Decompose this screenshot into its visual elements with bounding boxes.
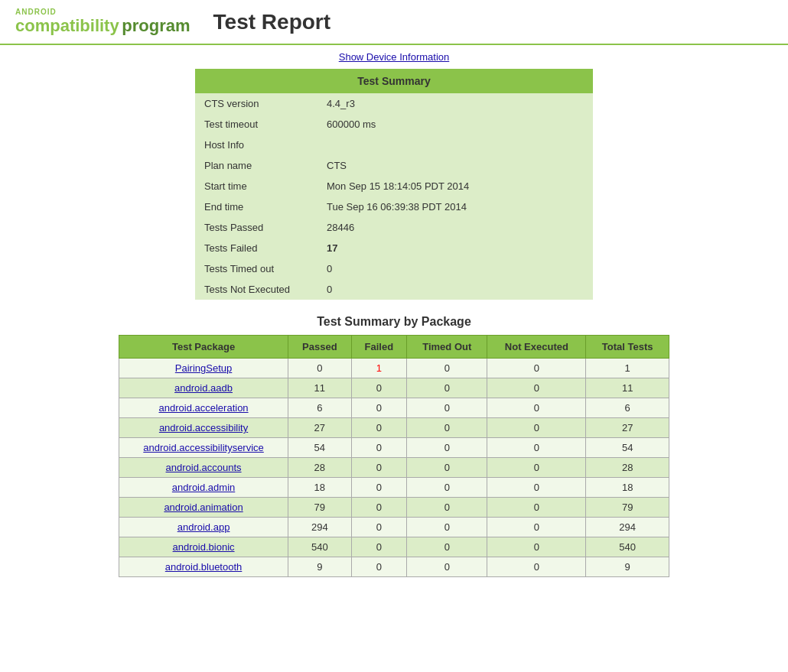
cell-failed: 0: [351, 438, 407, 458]
package-link[interactable]: android.accessibility: [159, 422, 248, 433]
summary-label: CTS version: [195, 93, 317, 114]
cell-total: 6: [586, 398, 669, 418]
package-link[interactable]: android.bionic: [173, 541, 235, 553]
cell-passed: 11: [288, 378, 351, 398]
package-name: android.aadb: [119, 378, 288, 398]
package-link[interactable]: android.aadb: [174, 382, 233, 394]
summary-value: Tue Sep 16 06:39:38 PDT 2014: [317, 196, 593, 217]
pkg-table-header: Not Executed: [487, 336, 586, 359]
summary-value: [317, 135, 593, 155]
summary-label: Test timeout: [195, 114, 317, 135]
summary-label: Plan name: [195, 155, 317, 176]
table-row: android.accessibilityservice5400054: [119, 438, 669, 458]
pkg-table-header: Failed: [351, 336, 407, 359]
package-name: android.bionic: [119, 537, 288, 557]
package-name: android.acceleration: [119, 398, 288, 418]
cell-total: 18: [586, 478, 669, 498]
cell-timed_out: 0: [407, 398, 487, 418]
summary-label: Tests Timed out: [195, 258, 317, 279]
logo-program: program: [122, 16, 190, 35]
package-link[interactable]: android.bluetooth: [165, 561, 242, 573]
device-info-link[interactable]: Show Device Information: [339, 51, 450, 63]
cell-passed: 0: [288, 359, 351, 378]
table-row: PairingSetup01001: [119, 359, 669, 378]
package-link[interactable]: android.animation: [164, 502, 243, 513]
cell-timed_out: 0: [407, 438, 487, 458]
logo-compat: compatibility: [15, 16, 119, 35]
cell-timed_out: 0: [407, 557, 487, 577]
table-row: android.animation7900079: [119, 498, 669, 518]
cell-failed: 0: [351, 378, 407, 398]
cell-timed_out: 0: [407, 537, 487, 557]
cell-passed: 6: [288, 398, 351, 418]
cell-total: 11: [586, 378, 669, 398]
package-link[interactable]: android.acceleration: [159, 402, 249, 414]
cell-passed: 28: [288, 458, 351, 478]
package-table-wrapper: Test PackagePassedFailedTimed OutNot Exe…: [119, 335, 669, 577]
package-link[interactable]: android.admin: [172, 482, 235, 493]
cell-not_executed: 0: [487, 458, 586, 478]
cell-timed_out: 0: [407, 359, 487, 378]
summary-value: 4.4_r3: [317, 93, 593, 114]
logo-area: ANDROID compatibility program: [15, 8, 190, 36]
package-name: android.accessibility: [119, 418, 288, 438]
summary-label: Tests Failed: [195, 238, 317, 258]
cell-total: 1: [586, 359, 669, 378]
summary-table: CTS version4.4_r3Test timeout600000 msHo…: [195, 93, 593, 300]
cell-passed: 540: [288, 537, 351, 557]
cell-total: 9: [586, 557, 669, 577]
cell-timed_out: 0: [407, 418, 487, 438]
cell-total: 54: [586, 438, 669, 458]
summary-label: Host Info: [195, 135, 317, 155]
logo-compat-program: compatibility program: [15, 16, 190, 36]
package-name: android.accessibilityservice: [119, 438, 288, 458]
package-link[interactable]: android.accessibilityservice: [143, 442, 264, 453]
header: ANDROID compatibility program Test Repor…: [0, 0, 788, 45]
cell-not_executed: 0: [487, 418, 586, 438]
summary-value: 600000 ms: [317, 114, 593, 135]
package-name: PairingSetup: [119, 359, 288, 378]
cell-failed: 0: [351, 537, 407, 557]
pkg-table-header: Timed Out: [407, 336, 487, 359]
package-table: Test PackagePassedFailedTimed OutNot Exe…: [119, 335, 669, 577]
package-link[interactable]: android.accounts: [166, 462, 242, 473]
cell-not_executed: 0: [487, 478, 586, 498]
cell-failed: 0: [351, 557, 407, 577]
cell-timed_out: 0: [407, 458, 487, 478]
cell-not_executed: 0: [487, 398, 586, 418]
summary-value: 0: [317, 258, 593, 279]
table-row: android.app294000294: [119, 518, 669, 537]
summary-section: Test Summary CTS version4.4_r3Test timeo…: [195, 69, 593, 300]
cell-passed: 27: [288, 418, 351, 438]
summary-label: Tests Passed: [195, 217, 317, 238]
cell-not_executed: 0: [487, 557, 586, 577]
summary-value: 28446: [317, 217, 593, 238]
summary-value: 0: [317, 279, 593, 300]
cell-timed_out: 0: [407, 518, 487, 537]
package-name: android.accounts: [119, 458, 288, 478]
cell-failed: 0: [351, 398, 407, 418]
table-row: android.accessibility2700027: [119, 418, 669, 438]
cell-total: 294: [586, 518, 669, 537]
package-name: android.animation: [119, 498, 288, 518]
summary-label: Start time: [195, 176, 317, 196]
summary-label: End time: [195, 196, 317, 217]
cell-total: 27: [586, 418, 669, 438]
cell-passed: 294: [288, 518, 351, 537]
table-row: android.admin1800018: [119, 478, 669, 498]
summary-value: CTS: [317, 155, 593, 176]
package-name: android.app: [119, 518, 288, 537]
table-row: android.acceleration60006: [119, 398, 669, 418]
cell-failed: 0: [351, 418, 407, 438]
cell-not_executed: 0: [487, 537, 586, 557]
pkg-table-header: Total Tests: [586, 336, 669, 359]
table-row: android.bionic540000540: [119, 537, 669, 557]
cell-not_executed: 0: [487, 498, 586, 518]
cell-not_executed: 0: [487, 438, 586, 458]
package-link[interactable]: PairingSetup: [175, 362, 232, 374]
package-link[interactable]: android.app: [177, 521, 230, 533]
cell-timed_out: 0: [407, 378, 487, 398]
page-title: Test Report: [213, 10, 331, 34]
cell-passed: 18: [288, 478, 351, 498]
table-row: android.bluetooth90009: [119, 557, 669, 577]
